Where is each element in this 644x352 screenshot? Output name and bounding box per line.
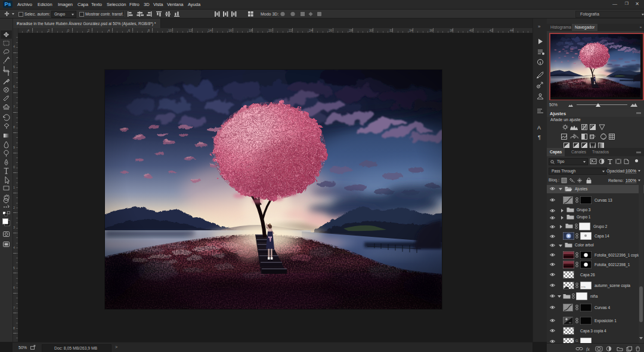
svg-text:A: A	[537, 125, 541, 131]
svg-text:fx: fx	[586, 347, 590, 351]
svg-text:¶: ¶	[538, 134, 541, 140]
svg-text:»: »	[538, 24, 541, 29]
